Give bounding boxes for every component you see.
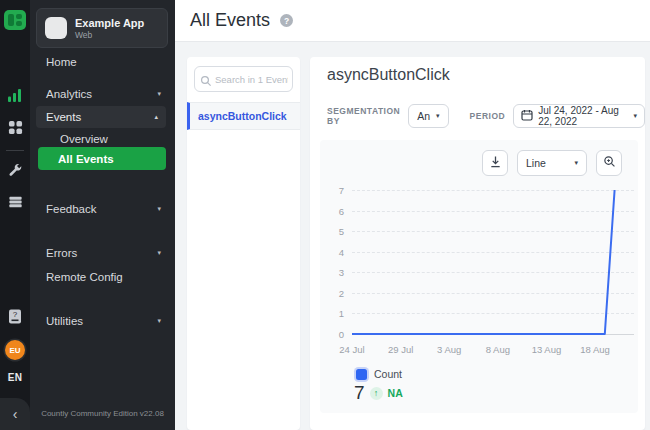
event-list-panel: asyncButtonClick xyxy=(187,57,300,430)
event-name: asyncButtonClick xyxy=(198,110,287,122)
dashboards-grid-icon[interactable] xyxy=(0,118,30,136)
chart-plot: 0123456724 Jul29 Jul3 Aug8 Aug13 Aug18 A… xyxy=(352,190,634,334)
legend-item-count[interactable]: Count xyxy=(356,368,402,380)
chart-type-select[interactable]: Line ▾ xyxy=(517,150,587,176)
page-header: All Events ? xyxy=(175,0,650,42)
help-icon[interactable]: ? xyxy=(280,14,293,27)
sidebar: Example App Web Home Analytics ▾ Events … xyxy=(30,0,175,430)
trend-up-icon: ↑ xyxy=(370,387,383,400)
management-wrench-icon[interactable] xyxy=(0,161,30,179)
sidebar-item-all-events-active[interactable]: All Events xyxy=(38,147,166,170)
segmentation-label: SEGMENTATION BY xyxy=(327,106,400,126)
calendar-icon xyxy=(521,109,533,123)
chevron-down-icon: ▾ xyxy=(157,317,161,325)
rail-divider xyxy=(6,150,24,151)
zoom-chart-button[interactable] xyxy=(596,150,622,176)
chevron-down-icon: ▾ xyxy=(157,90,161,98)
legend-swatch xyxy=(356,369,367,380)
chevron-down-icon: ▾ xyxy=(574,159,578,167)
event-list-item-selected[interactable]: asyncButtonClick xyxy=(187,102,300,130)
main-area: All Events ? asyncButtonClick asyncButto… xyxy=(175,0,650,430)
version-footer: Countly Community Edition v22.08 xyxy=(30,409,175,418)
sidebar-item-label: Analytics xyxy=(46,88,92,100)
sidebar-item-analytics[interactable]: Analytics ▾ xyxy=(30,86,175,102)
sidebar-item-home[interactable]: Home xyxy=(30,54,175,70)
data-manager-server-icon[interactable] xyxy=(0,193,30,211)
help-docs-icon[interactable]: ? xyxy=(0,306,30,326)
sidebar-item-label: Home xyxy=(46,56,77,68)
event-detail-title: asyncButtonClick xyxy=(327,66,450,84)
sidebar-item-label: Errors xyxy=(46,247,77,259)
search-icon xyxy=(200,73,212,91)
zoom-in-icon xyxy=(603,154,616,172)
sidebar-item-overview[interactable]: Overview xyxy=(30,131,175,147)
sidebar-item-label: All Events xyxy=(58,153,114,165)
chevron-up-icon: ▴ xyxy=(154,113,158,121)
sidebar-item-utilities[interactable]: Utilities ▾ xyxy=(30,313,175,329)
language-selector[interactable]: EN xyxy=(0,372,30,383)
summary-row: 7 ↑ NA xyxy=(354,382,403,404)
analytics-barchart-icon[interactable] xyxy=(0,86,30,104)
chart-type-value: Line xyxy=(526,157,546,169)
sidebar-item-errors[interactable]: Errors ▾ xyxy=(30,245,175,261)
chart-toolbar: Line ▾ xyxy=(482,150,622,176)
segmentation-select[interactable]: An ▾ xyxy=(408,104,448,128)
countly-logo-icon[interactable] xyxy=(0,8,30,32)
legend-label: Count xyxy=(374,368,402,380)
sidebar-item-label: Feedback xyxy=(46,203,97,215)
chevron-down-icon: ▾ xyxy=(633,112,637,120)
app-selector[interactable]: Example App Web xyxy=(36,8,168,48)
period-datepicker[interactable]: Jul 24, 2022 - Aug 22, 2022 ▾ xyxy=(513,104,645,128)
app-type: Web xyxy=(75,30,144,40)
chart-card: Line ▾ 0123456724 Jul29 Jul3 Aug8 Aug13 … xyxy=(320,140,638,413)
icon-rail: ? EU EN ‹ xyxy=(0,0,30,430)
app-name: Example App xyxy=(75,17,144,29)
svg-text:?: ? xyxy=(13,310,18,319)
download-icon xyxy=(489,154,502,172)
chevron-down-icon: ▾ xyxy=(157,205,161,213)
download-chart-button[interactable] xyxy=(482,150,508,176)
user-avatar[interactable]: EU xyxy=(5,340,25,360)
controls-row: SEGMENTATION BY An ▾ PERIOD Jul 24, 2022… xyxy=(327,104,645,128)
sidebar-item-label: Events xyxy=(46,111,81,123)
page-title: All Events xyxy=(190,10,270,31)
sidebar-item-label: Remote Config xyxy=(46,271,123,283)
app-thumbnail xyxy=(45,17,67,39)
event-detail-panel: asyncButtonClick SEGMENTATION BY An ▾ PE… xyxy=(310,57,645,430)
segmentation-value: An xyxy=(417,110,430,122)
chevron-down-icon: ▾ xyxy=(157,249,161,257)
sidebar-item-label: Utilities xyxy=(46,315,83,327)
chevron-down-icon: ▾ xyxy=(436,112,440,120)
collapse-sidebar-button[interactable]: ‹ xyxy=(0,398,30,430)
countly-dashboard: ? EU EN ‹ Example App Web Home Analytics… xyxy=(0,0,650,430)
sidebar-item-events[interactable]: Events ▴ xyxy=(36,106,166,128)
sidebar-item-remote-config[interactable]: Remote Config xyxy=(30,269,175,285)
period-label: PERIOD xyxy=(470,111,506,121)
trend-change-value: NA xyxy=(388,387,403,399)
sidebar-item-feedback[interactable]: Feedback ▾ xyxy=(30,201,175,217)
period-value: Jul 24, 2022 - Aug 22, 2022 xyxy=(538,105,628,127)
total-count-value: 7 xyxy=(354,382,365,404)
sidebar-item-label: Overview xyxy=(60,133,108,145)
